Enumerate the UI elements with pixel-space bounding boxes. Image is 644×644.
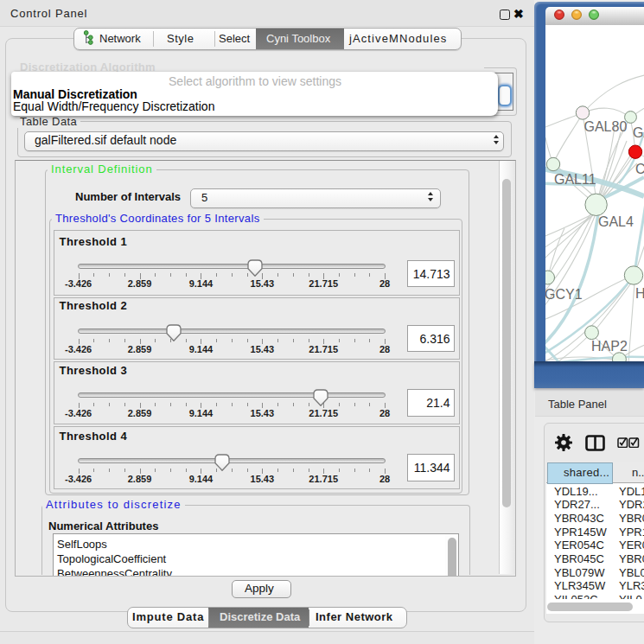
- svg-text:GAL4: GAL4: [598, 214, 634, 229]
- svg-text:C: C: [635, 162, 644, 176]
- svg-text:H: H: [635, 286, 644, 301]
- svg-text:GCY1: GCY1: [545, 287, 583, 302]
- svg-text:GAL80: GAL80: [584, 119, 628, 134]
- svg-text:HAP2: HAP2: [591, 339, 628, 354]
- svg-text:GAL11: GAL11: [554, 172, 596, 187]
- svg-text:GA: GA: [633, 125, 644, 140]
